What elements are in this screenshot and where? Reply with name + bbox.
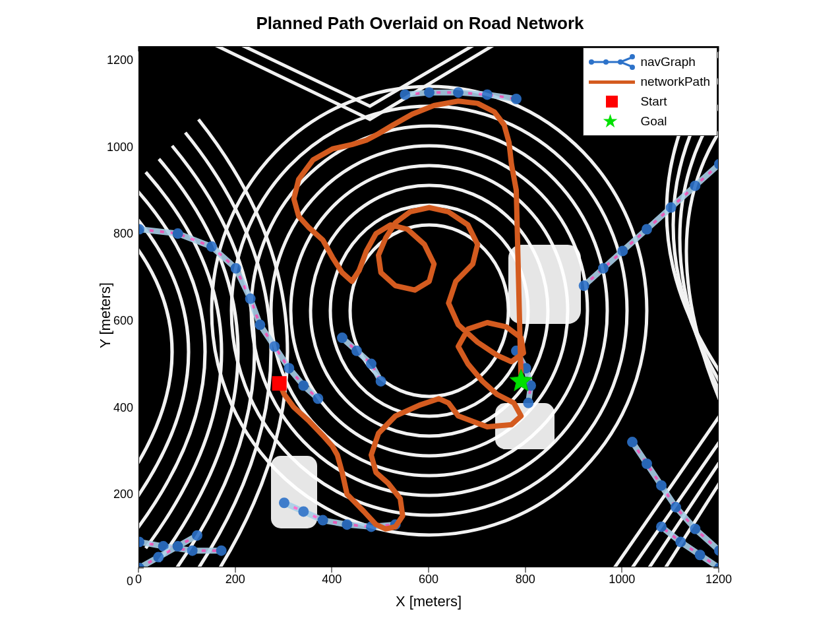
legend-label: navGraph: [640, 55, 695, 69]
x-tick-label: 600: [419, 573, 438, 586]
figure: Planned Path Overlaid on Road Network Y …: [0, 0, 840, 630]
tick-mark: [622, 567, 622, 573]
svg-point-68: [589, 59, 594, 65]
svg-point-20: [315, 395, 321, 402]
svg-point-29: [692, 526, 698, 532]
tick-mark: [525, 567, 525, 573]
start-icon: [589, 94, 635, 110]
svg-point-43: [339, 334, 345, 341]
svg-point-54: [344, 521, 350, 528]
svg-point-14: [233, 265, 239, 272]
svg-point-58: [697, 551, 704, 558]
svg-point-16: [256, 321, 263, 328]
tick-mark: [713, 568, 719, 569]
svg-point-59: [677, 539, 684, 546]
svg-point-61: [139, 565, 142, 567]
x-axis-label: X [meters]: [138, 593, 719, 610]
x-tick-label: 400: [322, 573, 342, 586]
svg-point-18: [285, 365, 292, 371]
svg-point-57: [716, 565, 719, 567]
svg-point-49: [527, 383, 534, 389]
svg-point-23: [668, 205, 675, 211]
svg-point-45: [368, 361, 375, 367]
svg-point-13: [208, 243, 215, 250]
svg-point-25: [619, 247, 626, 254]
networkpath-icon: [589, 74, 635, 90]
svg-point-60: [658, 523, 665, 530]
x-tick-label: 0: [135, 573, 142, 586]
svg-point-19: [300, 383, 307, 389]
y-axis-label: Y [meters]: [97, 282, 114, 348]
svg-point-36: [189, 548, 196, 554]
y-tick-label: 200: [113, 488, 133, 501]
tick-mark: [429, 567, 429, 573]
svg-point-72: [630, 65, 635, 70]
svg-point-40: [455, 89, 462, 96]
svg-point-53: [320, 517, 326, 524]
svg-point-12: [175, 230, 181, 237]
svg-point-33: [629, 439, 636, 445]
svg-point-62: [155, 554, 162, 561]
svg-point-50: [525, 400, 531, 406]
svg-point-26: [600, 265, 607, 272]
legend-item-start: Start: [589, 92, 710, 111]
svg-point-21: [716, 161, 719, 168]
svg-point-6: [330, 205, 528, 416]
svg-point-37: [218, 548, 225, 554]
y-tick-label: 600: [113, 314, 133, 328]
svg-point-15: [247, 296, 254, 302]
y-tick-label: 400: [113, 400, 133, 414]
navgraph-icon: [589, 54, 635, 70]
svg-point-52: [300, 508, 307, 515]
svg-point-32: [644, 460, 650, 467]
legend: navGraph networkPath Start ★ Goal: [583, 47, 717, 136]
legend-label: networkPath: [640, 75, 710, 89]
svg-point-71: [630, 54, 635, 59]
svg-point-22: [692, 183, 698, 189]
svg-point-39: [426, 89, 433, 96]
svg-point-11: [139, 226, 142, 233]
svg-point-63: [175, 543, 181, 550]
y-tick-label: 0: [127, 575, 133, 588]
svg-point-17: [271, 343, 278, 350]
svg-point-31: [658, 482, 665, 489]
svg-point-30: [673, 504, 679, 511]
svg-point-41: [484, 91, 491, 98]
x-tick-label: 1000: [609, 573, 635, 586]
svg-point-42: [513, 96, 520, 102]
x-tick-label: 1200: [705, 573, 732, 586]
legend-item-navgraph: navGraph: [589, 52, 710, 72]
start-marker: [272, 376, 287, 391]
svg-point-69: [603, 59, 609, 65]
svg-point-44: [353, 348, 360, 354]
svg-point-46: [378, 378, 384, 385]
svg-point-24: [644, 226, 650, 233]
svg-point-35: [160, 543, 167, 550]
svg-point-51: [281, 499, 287, 506]
svg-point-34: [139, 539, 142, 546]
svg-point-28: [716, 548, 719, 554]
legend-item-goal: ★ Goal: [589, 111, 710, 131]
legend-label: Start: [640, 94, 667, 109]
goal-icon: ★: [589, 113, 635, 129]
svg-point-70: [618, 59, 623, 65]
svg-point-64: [194, 532, 200, 539]
legend-item-networkpath: networkPath: [589, 72, 710, 92]
svg-point-38: [402, 91, 408, 98]
chart-title: Planned Path Overlaid on Road Network: [0, 13, 840, 34]
x-tick-label: 200: [225, 573, 245, 586]
y-tick-label: 800: [113, 227, 133, 241]
svg-point-27: [581, 282, 587, 289]
tick-mark: [235, 567, 235, 573]
tick-mark: [332, 567, 332, 573]
legend-label: Goal: [640, 114, 667, 129]
svg-point-48: [523, 365, 529, 371]
y-tick-label: 1000: [107, 140, 133, 154]
tick-mark: [138, 568, 144, 569]
x-tick-label: 800: [516, 573, 535, 586]
y-tick-label: 1200: [107, 53, 133, 67]
